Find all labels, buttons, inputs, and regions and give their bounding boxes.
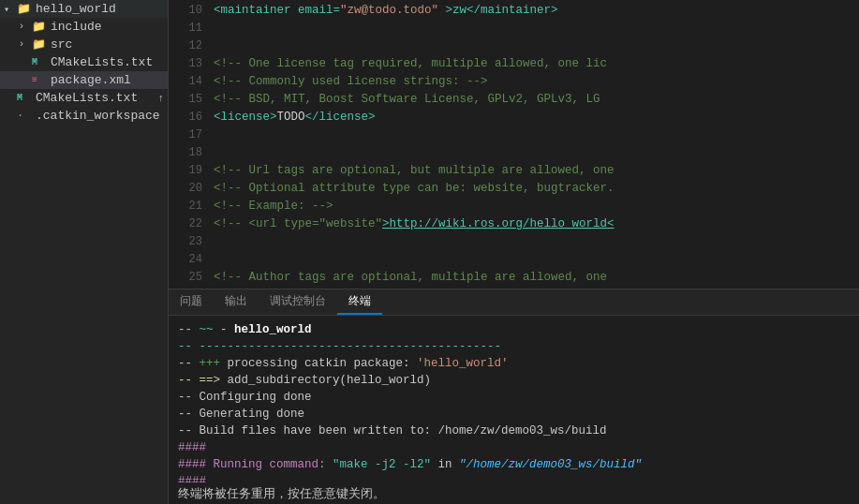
- code-line: [214, 20, 859, 37]
- sidebar-item-CMakeLists_txt[interactable]: MCMakeLists.txt: [0, 53, 168, 71]
- cmake-icon: M: [17, 93, 32, 103]
- sidebar-label: hello_world: [36, 2, 164, 16]
- code-line: <!-- One license tag required, multiple …: [214, 55, 859, 73]
- sidebar-label: .catkin_workspace: [36, 109, 164, 123]
- panel-tab-problems[interactable]: 问题: [169, 289, 214, 315]
- line-number: 24: [169, 251, 202, 269]
- code-line: <!-- Example: -->: [214, 198, 859, 215]
- cmake-icon: M: [32, 57, 47, 67]
- terminal-line: -- -------------------------------------…: [178, 338, 850, 355]
- code-line: <!-- Optional attribute type can be: web…: [214, 180, 859, 198]
- terminal-line: -- ~~ - hello_world: [178, 321, 850, 338]
- line-number: 10: [169, 2, 202, 20]
- panel-tabs: 问题输出调试控制台终端: [169, 289, 859, 316]
- folder-icon: 📁: [17, 2, 32, 16]
- code-line: <!-- BSD, MIT, Boost Software License, G…: [214, 91, 859, 109]
- line-number: 21: [169, 198, 202, 215]
- terminal-line: ####: [178, 473, 850, 482]
- line-number: 11: [169, 20, 202, 37]
- folder-icon: 📁: [32, 20, 47, 34]
- panel-content: -- ~~ - hello_world-- ------------------…: [169, 316, 859, 482]
- line-number: 15: [169, 91, 202, 109]
- sidebar-label: package.xml: [51, 73, 164, 87]
- line-number: 20: [169, 180, 202, 198]
- code-content: <maintainer email="zw@todo.todo" >zw</ma…: [210, 0, 859, 289]
- terminal-status: 终端将被任务重用，按任意意键关闭。: [169, 482, 859, 504]
- line-number: 23: [169, 233, 202, 251]
- sidebar-item-include[interactable]: ›📁include: [0, 18, 168, 36]
- file-icon: ·: [17, 110, 32, 123]
- terminal-line: -- Build files have been written to: /ho…: [178, 422, 850, 439]
- line-number: 13: [169, 55, 202, 73]
- terminal-line: ####: [178, 439, 850, 456]
- terminal-line: #### Running command: "make -j2 -l2" in …: [178, 456, 850, 473]
- terminal-line: -- ==> add_subdirectory(hello_world): [178, 372, 850, 389]
- sidebar-label: CMakeLists.txt: [51, 55, 164, 69]
- xml-icon: ≡: [32, 75, 47, 85]
- badge: ↑: [157, 93, 164, 104]
- line-number: 17: [169, 126, 202, 144]
- code-line: [214, 144, 859, 162]
- editor-content: 10111213141516171819202122232425 <mainta…: [169, 0, 859, 289]
- panel-tab-debug[interactable]: 调试控制台: [259, 289, 337, 315]
- sidebar-label: CMakeLists.txt: [36, 91, 157, 105]
- code-line: [214, 126, 859, 144]
- line-number: 25: [169, 269, 202, 287]
- code-line: <!-- Url tags are optional, but multiple…: [214, 162, 859, 180]
- sidebar-label: src: [51, 37, 164, 52]
- editor: 10111213141516171819202122232425 <mainta…: [169, 0, 859, 289]
- sidebar-item-hello_world[interactable]: ▾📁hello_world: [0, 0, 168, 18]
- code-line: <!-- Commonly used license strings: -->: [214, 73, 859, 91]
- terminal-line: -- Configuring done: [178, 389, 850, 406]
- code-line: <maintainer email="zw@todo.todo" >zw</ma…: [214, 2, 859, 20]
- sidebar-item-CMakeLists_txt2[interactable]: MCMakeLists.txt↑: [0, 89, 168, 107]
- panel-tab-output[interactable]: 输出: [214, 289, 259, 315]
- chevron-icon: ›: [19, 22, 32, 32]
- folder-icon: 📁: [32, 37, 47, 52]
- terminal-panel: 问题输出调试控制台终端 -- ~~ - hello_world-- ------…: [169, 289, 859, 504]
- code-line: <license>TODO</license>: [214, 109, 859, 126]
- line-number: 22: [169, 215, 202, 233]
- sidebar: ▾📁hello_world›📁include›📁srcMCMakeLists.t…: [0, 0, 169, 504]
- panel-tab-terminal[interactable]: 终端: [337, 289, 382, 315]
- terminal-line: -- +++ processing catkin package: 'hello…: [178, 355, 850, 372]
- sidebar-item-package_xml[interactable]: ≡package.xml: [0, 71, 168, 89]
- line-number: 12: [169, 37, 202, 55]
- code-line: <!-- <url type="website">http://wiki.ros…: [214, 215, 859, 233]
- code-line: <!-- Author tags are optional, multiple …: [214, 269, 859, 287]
- code-line: [214, 233, 859, 251]
- sidebar-item-catkin_workspace[interactable]: ·.catkin_workspace: [0, 107, 168, 125]
- chevron-icon: ▾: [4, 4, 17, 15]
- chevron-icon: ›: [19, 39, 32, 50]
- code-line: [214, 251, 859, 269]
- sidebar-label: include: [51, 20, 164, 34]
- line-number: 18: [169, 144, 202, 162]
- line-number: 16: [169, 109, 202, 126]
- line-number: 19: [169, 162, 202, 180]
- sidebar-item-src[interactable]: ›📁src: [0, 36, 168, 53]
- main-area: 10111213141516171819202122232425 <mainta…: [169, 0, 859, 504]
- code-line: [214, 37, 859, 55]
- line-number: 14: [169, 73, 202, 91]
- line-numbers: 10111213141516171819202122232425: [169, 0, 210, 289]
- terminal-line: -- Generating done: [178, 406, 850, 422]
